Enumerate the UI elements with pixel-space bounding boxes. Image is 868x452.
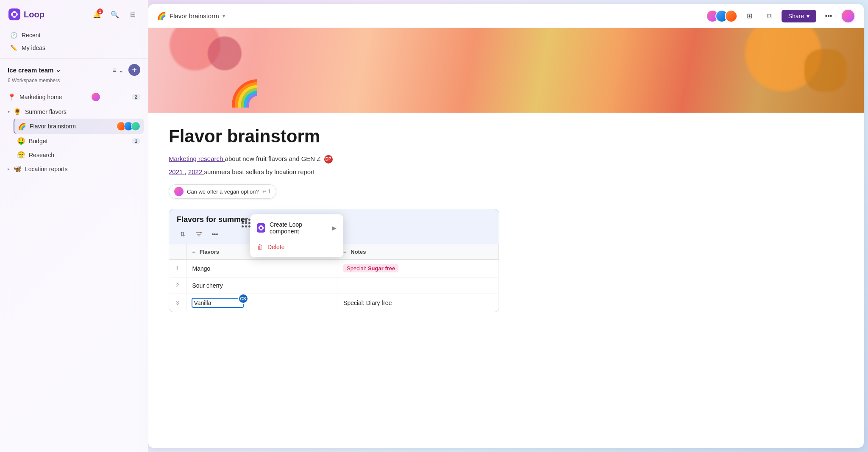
- table-row: 3 Vanilla CS Special: Diary free: [169, 294, 499, 312]
- chevron-icon: ⌄: [56, 66, 61, 74]
- page-description-1: Marketing research about new fruit flavo…: [169, 154, 843, 164]
- avatar: [131, 122, 140, 131]
- delete-menu-item[interactable]: 🗑 Delete: [250, 239, 343, 255]
- sidebar-item-flavor-brainstorm[interactable]: 🌈 Flavor brainstorm: [14, 119, 144, 134]
- avatar: [91, 92, 100, 102]
- add-workspace-item-button[interactable]: +: [128, 64, 140, 76]
- clock-icon: 🕐: [10, 32, 17, 39]
- create-loop-component-label: Create Loop component: [270, 221, 328, 235]
- nav-my-ideas[interactable]: ✏️ My ideas: [6, 42, 142, 54]
- arrow-right-icon: ▶: [332, 225, 337, 231]
- share-label: Share: [788, 13, 804, 19]
- more-table-options-button[interactable]: •••: [209, 228, 221, 240]
- header-page-title: Flavor brainstorm: [170, 12, 219, 19]
- marketing-home-badge: 2: [132, 94, 140, 100]
- workspace-name[interactable]: Ice cream team ⌄: [8, 66, 61, 74]
- more-options-button[interactable]: •••: [821, 9, 836, 23]
- row-notes-3[interactable]: Special: Diary free: [337, 294, 499, 312]
- workspace-actions: ≡ ⌄ +: [111, 63, 140, 77]
- row-num-1: 1: [169, 260, 186, 277]
- notification-button[interactable]: 🔔 1: [90, 8, 104, 21]
- row-num-3: 3: [169, 294, 186, 312]
- marketing-research-link[interactable]: Marketing research: [169, 155, 225, 162]
- workspace-members-label: 6 Workspace members: [8, 78, 140, 83]
- chevron-right-icon: ▸: [8, 166, 10, 171]
- main-header: 🌈 Flavor brainstorm ▾ ⊞ ⧉ Share ▾ •••: [148, 4, 864, 28]
- user-avatar[interactable]: [841, 9, 855, 23]
- collab-avatars: [709, 10, 737, 22]
- breadcrumb-title: 🌈 Flavor brainstorm ▾: [157, 11, 225, 21]
- comment-avatar: [174, 187, 184, 196]
- copy-button[interactable]: ⧉: [762, 9, 776, 23]
- trash-icon: 🗑: [257, 243, 263, 250]
- budget-label: Budget: [29, 138, 47, 144]
- location-reports-label: Location reports: [25, 166, 67, 172]
- location-reports-icon: 🦋: [13, 165, 22, 173]
- page-content-area: Flavor brainstorm Marketing research abo…: [148, 113, 864, 448]
- workspace-header: Ice cream team ⌄ ≡ ⌄ +: [8, 63, 140, 77]
- filter-button[interactable]: ≡ ⌄: [111, 63, 125, 77]
- page-title: Flavor brainstorm: [169, 126, 843, 147]
- row-num-2: 2: [169, 277, 186, 294]
- apps-grid-button[interactable]: ⊞: [743, 9, 757, 23]
- row-notes-1[interactable]: Special: Sugar free: [337, 260, 499, 277]
- research-icon: 😤: [17, 151, 25, 159]
- delete-label: Delete: [267, 244, 284, 250]
- summer-flavors-subtree: 🌈 Flavor brainstorm 🤑 Budget 1 😤 Researc…: [4, 119, 144, 162]
- layout-button[interactable]: ⊞: [126, 8, 139, 21]
- nav-recent-label: Recent: [22, 32, 40, 39]
- share-chevron-icon: ▾: [807, 13, 810, 19]
- nav-recent[interactable]: 🕐 Recent: [6, 29, 142, 42]
- editor-avatar: CS: [238, 294, 248, 304]
- row-flavor-3-editing[interactable]: Vanilla CS: [186, 294, 337, 312]
- create-loop-component-menu-item[interactable]: Create Loop component ▶: [250, 217, 343, 239]
- year-2021-link[interactable]: 2021: [169, 168, 185, 175]
- row-flavor-1[interactable]: Mango: [186, 260, 337, 277]
- comment-bubble[interactable]: Can we offer a vegan option? ↩ 1: [169, 184, 276, 199]
- sidebar-tree: 📍 Marketing home 2 ▾ 🌻 Summer flavors 🌈 …: [0, 89, 148, 452]
- sidebar-item-location-reports[interactable]: ▸ 🦋 Location reports: [4, 162, 144, 176]
- notification-badge: 1: [97, 8, 103, 14]
- research-label: Research: [29, 152, 54, 158]
- search-button[interactable]: 🔍: [108, 8, 122, 21]
- header-right-actions: ⊞ ⧉ Share ▾ •••: [709, 9, 855, 23]
- app-name: Loop: [24, 10, 45, 19]
- hero-blob-4: [804, 49, 847, 92]
- comment-text: Can we offer a vegan option?: [187, 189, 259, 195]
- dots-grid-handle[interactable]: [242, 219, 250, 227]
- hero-banner: 🌈: [148, 28, 864, 113]
- app-logo[interactable]: Loop: [8, 8, 45, 20]
- table-row: 2 Sour cherry: [169, 277, 499, 294]
- hero-blob-2: [208, 36, 242, 70]
- nav-my-ideas-label: My ideas: [22, 44, 45, 51]
- table-row: 1 Mango Special: Sugar free: [169, 260, 499, 277]
- collab-avatar-3: [725, 10, 737, 22]
- filter-button[interactable]: [193, 228, 205, 240]
- flavor-brainstorm-icon: 🌈: [18, 122, 26, 130]
- sidebar-top-actions: 🔔 1 🔍 ⊞: [90, 8, 139, 21]
- budget-badge: 1: [132, 138, 140, 144]
- sidebar-item-budget[interactable]: 🤑 Budget 1: [14, 134, 144, 148]
- flavor-brainstorm-label: Flavor brainstorm: [30, 123, 76, 130]
- row-flavor-2[interactable]: Sour cherry: [186, 277, 337, 294]
- sort-button[interactable]: ⇅: [177, 228, 189, 240]
- row-notes-2[interactable]: [337, 277, 499, 294]
- col-notes[interactable]: ≡ Notes: [337, 244, 499, 260]
- sidebar-header: Loop 🔔 1 🔍 ⊞: [0, 0, 148, 27]
- context-menu: Create Loop component ▶ 🗑 Delete: [250, 214, 343, 257]
- sidebar-item-summer-flavors[interactable]: ▾ 🌻 Summer flavors: [4, 105, 144, 119]
- workspace-section: Ice cream team ⌄ ≡ ⌄ + 6 Workspace membe…: [0, 58, 148, 89]
- marketing-home-label: Marketing home: [19, 94, 62, 100]
- sidebar: Loop 🔔 1 🔍 ⊞ 🕐 Recent ✏️ My ideas Ice cr…: [0, 0, 148, 452]
- col-num: [169, 244, 186, 260]
- share-button[interactable]: Share ▾: [782, 10, 816, 22]
- summer-flavors-label: Summer flavors: [25, 108, 67, 115]
- page-rainbow-icon: 🌈: [157, 11, 166, 21]
- page-description-2: 2021 , 2022 summers best sellers by loca…: [169, 167, 843, 177]
- sidebar-item-marketing-home[interactable]: 📍 Marketing home 2: [4, 89, 144, 105]
- logo-icon: [8, 8, 20, 20]
- summer-flavors-icon: 🌻: [13, 108, 22, 116]
- year-2022-link[interactable]: 2022: [188, 168, 204, 175]
- marketing-home-icon: 📍: [8, 93, 16, 101]
- sidebar-item-research[interactable]: 😤 Research: [14, 148, 144, 162]
